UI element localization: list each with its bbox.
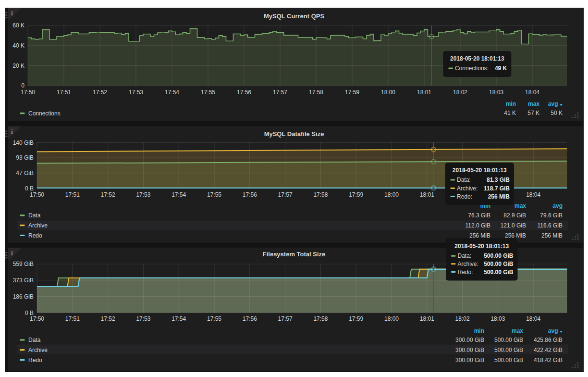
svg-text:17:52: 17:52 [93, 89, 107, 96]
svg-text:min: min [506, 101, 516, 107]
svg-text:20 K: 20 K [12, 63, 24, 69]
svg-text:49 K: 49 K [495, 65, 507, 72]
svg-text:17:57: 17:57 [273, 89, 287, 96]
svg-text:17:59: 17:59 [349, 191, 363, 198]
svg-text:Data: Data [28, 212, 41, 219]
svg-text:Archive:: Archive: [457, 185, 478, 192]
svg-text:17:50: 17:50 [30, 191, 44, 198]
svg-text:17:57: 17:57 [278, 191, 293, 198]
svg-text:avg: avg [548, 327, 558, 334]
svg-text:i: i [11, 250, 13, 257]
svg-text:500.00 GiB: 500.00 GiB [494, 337, 523, 343]
svg-text:18:04: 18:04 [525, 89, 539, 96]
svg-text:17:55: 17:55 [207, 191, 221, 198]
svg-text:60 K: 60 K [12, 22, 24, 29]
svg-text:82.9 GiB: 82.9 GiB [503, 212, 526, 219]
svg-text:max: max [512, 327, 523, 334]
svg-text:18:00: 18:00 [381, 89, 395, 96]
svg-text:17:54: 17:54 [165, 89, 179, 96]
svg-text:121.0 GiB: 121.0 GiB [501, 222, 526, 229]
svg-text:18:02: 18:02 [455, 315, 470, 322]
svg-text:Data:: Data: [458, 252, 472, 259]
svg-text:max: max [514, 202, 526, 209]
svg-text:Redo:: Redo: [457, 193, 472, 200]
svg-text:Archive:: Archive: [458, 261, 478, 267]
svg-text:17:50: 17:50 [21, 89, 35, 96]
svg-text:17:58: 17:58 [313, 191, 328, 198]
svg-text:Archive: Archive [28, 347, 48, 353]
svg-text:300.00 GiB: 300.00 GiB [455, 337, 484, 343]
svg-text:18:04: 18:04 [526, 315, 540, 322]
svg-text:2018-05-20 18:01:13: 2018-05-20 18:01:13 [454, 243, 509, 250]
svg-text:256 MiB: 256 MiB [505, 232, 526, 239]
svg-text:17:59: 17:59 [349, 315, 363, 322]
svg-text:18:01: 18:01 [417, 89, 431, 96]
svg-text:17:56: 17:56 [243, 191, 257, 198]
svg-text:i: i [11, 10, 13, 17]
svg-text:MySQL Current QPS: MySQL Current QPS [264, 13, 325, 20]
svg-text:81.3 GiB: 81.3 GiB [487, 176, 510, 183]
svg-text:256 MiB: 256 MiB [469, 232, 490, 239]
svg-text:17:58: 17:58 [309, 89, 323, 96]
svg-text:17:51: 17:51 [57, 89, 71, 96]
svg-text:40 K: 40 K [12, 42, 24, 49]
svg-text:500.00 GiB: 500.00 GiB [484, 261, 514, 267]
svg-text:17:56: 17:56 [237, 89, 251, 96]
svg-text:76.3 GiB: 76.3 GiB [468, 212, 490, 219]
svg-text:500.00 GiB: 500.00 GiB [494, 357, 523, 364]
svg-text:50 K: 50 K [551, 110, 563, 116]
svg-text:18:02: 18:02 [453, 89, 467, 96]
svg-text:41 K: 41 K [504, 110, 516, 116]
svg-text:500.00 GiB: 500.00 GiB [484, 252, 514, 259]
svg-text:57 K: 57 K [527, 110, 539, 116]
svg-text:2018-05-20 18:01:13: 2018-05-20 18:01:13 [453, 167, 507, 174]
svg-text:500.00 GiB: 500.00 GiB [484, 269, 514, 276]
svg-text:Archive: Archive [28, 222, 48, 229]
svg-text:avg: avg [548, 101, 558, 107]
svg-text:17:56: 17:56 [243, 315, 257, 322]
svg-text:min: min [474, 327, 484, 334]
svg-text:425.86 GiB: 425.86 GiB [534, 337, 563, 343]
svg-text:17:55: 17:55 [207, 315, 221, 322]
svg-text:Filesystem Total Size: Filesystem Total Size [263, 251, 326, 258]
svg-text:186 GiB: 186 GiB [13, 293, 34, 300]
svg-text:17:57: 17:57 [278, 315, 293, 322]
svg-text:47 GiB: 47 GiB [16, 170, 34, 176]
svg-text:17:52: 17:52 [101, 315, 115, 322]
svg-text:17:53: 17:53 [136, 315, 150, 322]
svg-text:418.42 GiB: 418.42 GiB [534, 357, 563, 364]
svg-text:0 B: 0 B [25, 185, 34, 192]
svg-text:Redo: Redo [28, 232, 42, 239]
svg-text:559 GiB: 559 GiB [13, 261, 34, 267]
svg-text:Redo:: Redo: [458, 269, 473, 276]
svg-text:17:54: 17:54 [172, 191, 186, 198]
svg-text:17:53: 17:53 [136, 191, 150, 198]
svg-text:422.42 GiB: 422.42 GiB [534, 347, 563, 353]
svg-text:0: 0 [21, 82, 24, 89]
svg-text:17:55: 17:55 [201, 89, 215, 96]
svg-text:500.00 GiB: 500.00 GiB [494, 347, 523, 353]
svg-text:max: max [528, 101, 539, 107]
svg-text:300.00 GiB: 300.00 GiB [455, 347, 484, 353]
svg-text:18:03: 18:03 [490, 315, 505, 322]
svg-text:112.0 GiB: 112.0 GiB [466, 222, 490, 229]
svg-text:18:01: 18:01 [420, 191, 434, 198]
svg-text:17:53: 17:53 [129, 89, 143, 96]
svg-text:MySQL Datafile Size: MySQL Datafile Size [264, 130, 324, 138]
svg-text:17:50: 17:50 [30, 315, 44, 322]
svg-text:18:01: 18:01 [420, 315, 434, 322]
svg-text:i: i [11, 128, 13, 135]
svg-text:79.6 GiB: 79.6 GiB [540, 212, 563, 219]
svg-text:2018-05-20 18:01:13: 2018-05-20 18:01:13 [450, 55, 504, 62]
svg-text:avg: avg [552, 202, 563, 209]
svg-text:140 GiB: 140 GiB [13, 139, 34, 146]
svg-text:93 GiB: 93 GiB [16, 154, 34, 161]
svg-text:256 MiB: 256 MiB [488, 193, 510, 200]
svg-text:300.00 GiB: 300.00 GiB [455, 357, 484, 364]
svg-text:17:51: 17:51 [65, 315, 80, 322]
svg-text:Connections:: Connections: [455, 65, 489, 72]
svg-text:Connections: Connections [28, 110, 61, 117]
svg-text:256 MiB: 256 MiB [541, 232, 563, 239]
svg-text:17:51: 17:51 [65, 191, 80, 198]
svg-text:Redo: Redo [28, 357, 42, 364]
